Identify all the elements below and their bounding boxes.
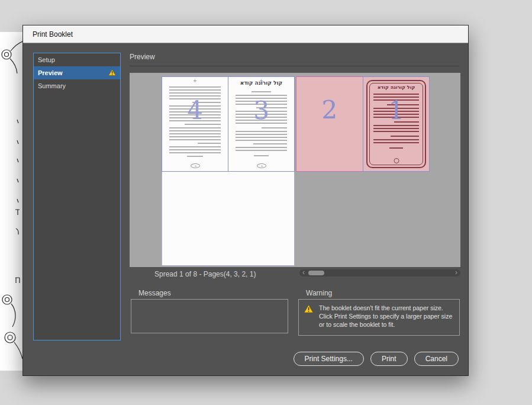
spread-info: Spread 1 of 8 - Pages(4, 3, 2, 1) bbox=[154, 270, 256, 278]
messages-label: Messages bbox=[138, 289, 171, 297]
cancel-button[interactable]: Cancel bbox=[414, 352, 459, 366]
print-button[interactable]: Print bbox=[370, 352, 408, 366]
scrollbar-thumb[interactable] bbox=[308, 271, 324, 275]
warning-text: The booklet doesn't fit the current pape… bbox=[319, 304, 456, 329]
running-head: קול קורונה קודא bbox=[231, 80, 292, 86]
warning-icon bbox=[108, 69, 116, 77]
dialog-titlebar[interactable]: Print Booklet bbox=[23, 25, 468, 43]
warning-box: The booklet doesn't fit the current pape… bbox=[298, 299, 460, 336]
nav-item-preview[interactable]: Preview bbox=[34, 66, 120, 79]
nav-item-label: Preview bbox=[38, 69, 63, 76]
preview-canvas: + 4 + קול קורונה קודא bbox=[130, 73, 460, 267]
print-booklet-dialog: Print Booklet Setup Preview Summary bbox=[22, 25, 469, 376]
page-3-thumbnail: + קול קורונה קודא 3 bbox=[228, 76, 295, 172]
scroll-left-icon[interactable]: ‹ bbox=[300, 269, 307, 277]
messages-box bbox=[131, 299, 288, 333]
section-divider bbox=[130, 66, 459, 66]
nav-item-setup[interactable]: Setup bbox=[34, 53, 120, 66]
ornamental-border bbox=[0, 32, 22, 371]
dialog-title: Print Booklet bbox=[33, 30, 73, 38]
cover-title: קול קורונה קודא bbox=[372, 85, 421, 90]
page-number: 2 bbox=[296, 95, 363, 124]
crop-mark-icon: + bbox=[194, 78, 197, 84]
page-number: 4 bbox=[162, 96, 228, 125]
warning-icon bbox=[304, 304, 314, 316]
scroll-right-icon[interactable]: › bbox=[453, 269, 460, 277]
background-document bbox=[0, 32, 22, 371]
page-number: 3 bbox=[228, 96, 294, 125]
page-number: 1 bbox=[363, 96, 429, 125]
preview-section-heading: Preview bbox=[130, 53, 155, 61]
nav-item-summary[interactable]: Summary bbox=[34, 79, 120, 92]
warning-label: Warning bbox=[306, 289, 332, 297]
folio-ornament bbox=[257, 163, 266, 168]
desktop: Print Booklet Setup Preview Summary bbox=[0, 0, 532, 405]
nav-item-label: Summary bbox=[38, 82, 66, 89]
nav-item-label: Setup bbox=[38, 56, 55, 63]
settings-nav: Setup Preview Summary bbox=[33, 53, 121, 340]
dialog-buttons: Print Settings... Print Cancel bbox=[294, 352, 459, 366]
preview-scrollbar[interactable]: ‹ › bbox=[299, 269, 460, 277]
folio-ornament bbox=[191, 163, 200, 168]
page-2-thumbnail: 2 bbox=[296, 76, 363, 172]
page-4-thumbnail: + 4 bbox=[162, 76, 228, 172]
print-settings-button[interactable]: Print Settings... bbox=[294, 352, 364, 366]
cover-ornament bbox=[394, 158, 399, 163]
page-1-thumbnail: קול קורונה קודא 1 bbox=[363, 76, 430, 172]
